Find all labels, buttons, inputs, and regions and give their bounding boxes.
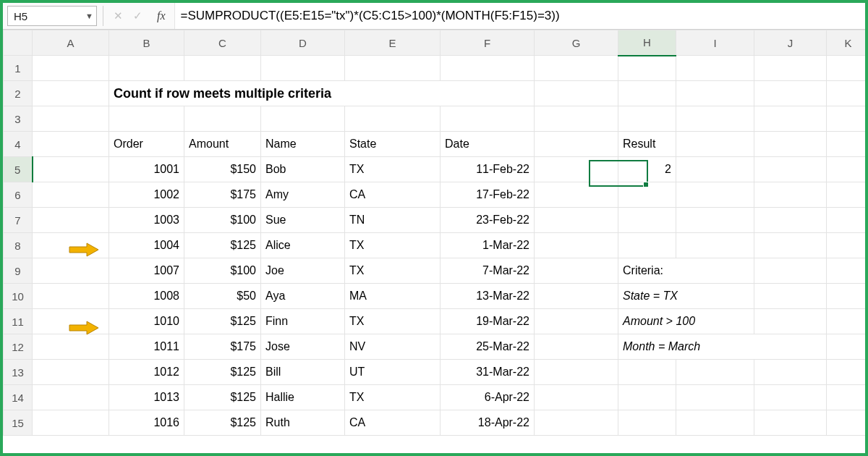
cell-criteria-line[interactable]: Month = March: [618, 334, 827, 360]
cell-state[interactable]: CA: [345, 410, 441, 436]
cell-amount[interactable]: $125: [184, 309, 261, 334]
col-header[interactable]: C: [184, 30, 261, 56]
cell-amount[interactable]: $125: [184, 410, 261, 436]
cell-criteria-line[interactable]: Amount > 100: [618, 309, 754, 334]
cell-state[interactable]: NV: [345, 334, 441, 360]
cell-date[interactable]: 19-Mar-22: [441, 309, 535, 334]
cell-date[interactable]: 23-Feb-22: [441, 208, 535, 233]
select-all-corner[interactable]: [4, 30, 33, 56]
cell-state[interactable]: UT: [345, 360, 441, 385]
cell-amount[interactable]: $125: [184, 360, 261, 385]
cell-date[interactable]: 6-Apr-22: [441, 385, 535, 410]
cell-date[interactable]: 13-Mar-22: [441, 284, 535, 309]
cell-date[interactable]: 1-Mar-22: [441, 233, 535, 258]
cell-state[interactable]: TN: [345, 208, 441, 233]
cell-order[interactable]: 1001: [109, 157, 184, 182]
cell-state[interactable]: CA: [345, 182, 441, 208]
cell-order[interactable]: 1007: [109, 258, 184, 284]
cell-order[interactable]: 1010: [109, 309, 184, 334]
cell-name[interactable]: Alice: [261, 233, 345, 258]
cell-state[interactable]: TX: [345, 157, 441, 182]
cell-order[interactable]: 1012: [109, 360, 184, 385]
cell-name[interactable]: Joe: [261, 258, 345, 284]
row-header[interactable]: 15: [4, 410, 33, 436]
cell-order[interactable]: 1013: [109, 385, 184, 410]
row-header[interactable]: 2: [4, 81, 33, 106]
cell-order[interactable]: 1011: [109, 334, 184, 360]
cell-name[interactable]: Finn: [261, 309, 345, 334]
cell-result-value[interactable]: 2: [618, 157, 676, 182]
cell-amount[interactable]: $50: [184, 284, 261, 309]
cell-header-order[interactable]: Order: [109, 132, 184, 157]
grid[interactable]: A B C D E F G H I J K 1: [3, 30, 865, 454]
cell-amount[interactable]: $125: [184, 233, 261, 258]
col-header[interactable]: A: [33, 30, 109, 56]
cell-order[interactable]: 1004: [109, 233, 184, 258]
cell-amount[interactable]: $175: [184, 334, 261, 360]
cell-header-date[interactable]: Date: [441, 132, 535, 157]
row-header[interactable]: 10: [4, 284, 33, 309]
row-header[interactable]: 11: [4, 309, 33, 334]
cell-name[interactable]: Hallie: [261, 385, 345, 410]
cell-date[interactable]: 7-Mar-22: [441, 258, 535, 284]
row-header[interactable]: 6: [4, 182, 33, 208]
row-header[interactable]: 1: [4, 56, 33, 81]
row-header[interactable]: 8: [4, 233, 33, 258]
cell-header-name[interactable]: Name: [261, 132, 345, 157]
col-header[interactable]: G: [535, 30, 618, 56]
cell-name[interactable]: Sue: [261, 208, 345, 233]
col-header[interactable]: D: [261, 30, 345, 56]
row-header[interactable]: 12: [4, 334, 33, 360]
row-header[interactable]: 7: [4, 208, 33, 233]
cell-amount[interactable]: $175: [184, 182, 261, 208]
col-header[interactable]: I: [676, 30, 754, 56]
cell-state[interactable]: TX: [345, 258, 441, 284]
cell-date[interactable]: 11-Feb-22: [441, 157, 535, 182]
cell-state[interactable]: TX: [345, 233, 441, 258]
cell-name[interactable]: Ruth: [261, 410, 345, 436]
cell-amount[interactable]: $100: [184, 258, 261, 284]
row-header[interactable]: 9: [4, 258, 33, 284]
cell-date[interactable]: 25-Mar-22: [441, 334, 535, 360]
cell-header-state[interactable]: State: [345, 132, 441, 157]
name-box[interactable]: H5 ▼: [7, 6, 97, 26]
cell-name[interactable]: Bob: [261, 157, 345, 182]
formula-input[interactable]: =SUMPRODUCT((E5:E15="tx")*(C5:C15>100)*(…: [174, 3, 865, 29]
row-header[interactable]: 14: [4, 385, 33, 410]
cell-order[interactable]: 1008: [109, 284, 184, 309]
cell-date[interactable]: 18-Apr-22: [441, 410, 535, 436]
cell-name[interactable]: Bill: [261, 360, 345, 385]
cell-state[interactable]: TX: [345, 385, 441, 410]
cell-result-header[interactable]: Result: [618, 132, 676, 157]
cell-criteria-line[interactable]: State = TX: [618, 284, 754, 309]
cell-name[interactable]: Aya: [261, 284, 345, 309]
col-header[interactable]: B: [109, 30, 184, 56]
row-header[interactable]: 3: [4, 106, 33, 132]
fx-icon[interactable]: fx: [153, 9, 170, 22]
col-header[interactable]: J: [754, 30, 827, 56]
cell-title[interactable]: Count if row meets multiple criteria: [109, 81, 535, 106]
cell-date[interactable]: 31-Mar-22: [441, 360, 535, 385]
cell-date[interactable]: 17-Feb-22: [441, 182, 535, 208]
enter-icon[interactable]: ✓: [133, 9, 142, 22]
cell-amount[interactable]: $150: [184, 157, 261, 182]
col-header[interactable]: K: [827, 30, 866, 56]
cell-state[interactable]: MA: [345, 284, 441, 309]
col-header[interactable]: H: [618, 30, 676, 56]
row-header[interactable]: 4: [4, 132, 33, 157]
cell-state[interactable]: TX: [345, 309, 441, 334]
cell-name[interactable]: Amy: [261, 182, 345, 208]
cell-amount[interactable]: $125: [184, 385, 261, 410]
cell-order[interactable]: 1002: [109, 182, 184, 208]
cell-header-amount[interactable]: Amount: [184, 132, 261, 157]
row-header[interactable]: 13: [4, 360, 33, 385]
cell-name[interactable]: Jose: [261, 334, 345, 360]
row-header[interactable]: 5: [4, 157, 33, 182]
col-header[interactable]: E: [345, 30, 441, 56]
cell-order[interactable]: 1016: [109, 410, 184, 436]
cell-order[interactable]: 1003: [109, 208, 184, 233]
col-header[interactable]: F: [441, 30, 535, 56]
cancel-icon[interactable]: ✕: [114, 9, 123, 22]
cell-amount[interactable]: $100: [184, 208, 261, 233]
cell-criteria-heading[interactable]: Criteria:: [618, 258, 754, 284]
